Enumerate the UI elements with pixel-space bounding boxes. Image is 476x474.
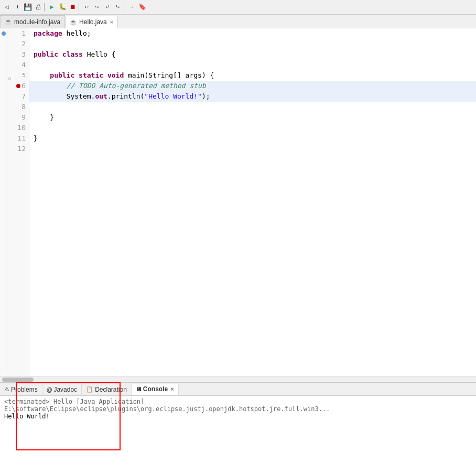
tab-hello-java[interactable]: ☕ Hello.java × [65,16,118,28]
line-num-6: 6 [7,81,29,91]
breakpoint-indicator [2,31,6,36]
console-terminated-line: <terminated> Hello [Java Application] E:… [4,398,472,413]
code-line-7: System.out.println("Hello World!"); [29,91,476,102]
stepreturn-icon[interactable]: ⤷ [113,3,123,12]
java-file-icon: ☕ [5,18,12,25]
line-num-5: 5○ [7,70,29,81]
line-num-11: 11 [7,133,29,144]
code-line-6: // TODO Auto-generated method stub [29,81,476,91]
h-scrollbar[interactable] [0,376,476,382]
tab-module-info-label: module-info.java [14,18,60,26]
tab-close-icon[interactable]: × [110,19,113,25]
bottom-tab-bar: ⚠ Problems @ Javadoc 📋 Declaration 🖥 Con… [0,383,476,396]
console-icon: 🖥 [136,386,142,392]
line-num-1: 1 [7,28,29,39]
declaration-icon: 📋 [86,386,93,393]
back-icon[interactable]: ◁ [2,3,12,12]
console-close-icon[interactable]: × [170,386,174,392]
stepinto-icon[interactable]: ↪ [92,3,102,12]
line-num-4: 4 [7,60,29,70]
code-line-4 [29,60,476,70]
java-file-icon2: ☕ [70,19,77,26]
run-icon[interactable]: ▶ [47,3,57,12]
tab-module-info[interactable]: ☕ module-info.java [0,15,65,28]
breakpoint-dot [16,84,20,88]
tab-javadoc[interactable]: @ Javadoc [42,384,82,395]
tab-problems[interactable]: ⚠ Problems [0,384,42,395]
tab-console[interactable]: 🖥 Console × [132,384,179,395]
separator2 [79,3,81,12]
editor-scroll: 1 2 3 4 5○ 6 7 8 9 10 11 12 package hell… [0,28,476,376]
stepover-icon[interactable]: ↩ [82,3,91,12]
code-line-1: package hello; [29,28,476,39]
next-icon[interactable]: → [127,3,136,12]
code-line-9: } [29,112,476,123]
tab-declaration-label: Declaration [95,386,127,393]
line-num-12: 12 [7,144,29,154]
forward-icon[interactable]: ⬆ [13,3,22,12]
bookmark-icon[interactable]: 🔖 [137,3,147,12]
save-icon[interactable]: 💾 [23,3,33,12]
line-num-2: 2 [7,39,29,49]
code-line-11: } [29,133,476,144]
line-numbers: 1 2 3 4 5○ 6 7 8 9 10 11 12 [7,28,29,376]
editor-container: ☕ module-info.java ☕ Hello.java × 1 2 3 … [0,15,476,382]
tab-declaration[interactable]: 📋 Declaration [82,384,132,395]
code-content[interactable]: package hello; public class Hello { publ… [29,28,476,376]
separator3 [124,3,126,12]
line-num-7: 7 [7,91,29,102]
line-num-9: 9 [7,112,29,123]
code-line-8 [29,102,476,112]
code-line-12 [29,144,476,154]
javadoc-icon: @ [47,386,52,393]
code-line-5: public static void main(String[] args) { [29,70,476,81]
console-output-line: Hello World! [4,413,472,420]
separator [44,3,46,12]
bottom-panel: ⚠ Problems @ Javadoc 📋 Declaration 🖥 Con… [0,382,476,474]
code-line-10 [29,123,476,133]
line-num-3: 3 [7,49,29,60]
toolbar-icons: ◁ ⬆ 💾 🖨 ▶ 🐛 ⏹ ↩ ↪ ⤶ ⤷ → 🔖 [2,3,147,12]
print-icon[interactable]: 🖨 [34,3,43,12]
line-num-10: 10 [7,123,29,133]
tab-problems-label: Problems [11,386,38,393]
editor-tab-bar: ☕ module-info.java ☕ Hello.java × [0,15,476,28]
code-line-2 [29,39,476,49]
tab-javadoc-label: Javadoc [53,386,77,393]
line-num-8: 8 [7,102,29,112]
tab-hello-java-label: Hello.java [79,18,107,26]
left-margin [0,28,7,376]
console-content: <terminated> Hello [Java Application] E:… [0,396,476,474]
bottom-panel-wrapper: ⚠ Problems @ Javadoc 📋 Declaration 🖥 Con… [0,382,476,474]
tab-console-label: Console [143,385,168,393]
h-scroll-thumb[interactable] [2,378,34,382]
debug-icon[interactable]: 🐛 [58,3,67,12]
problems-icon: ⚠ [4,386,9,393]
toolbar: ◁ ⬆ 💾 🖨 ▶ 🐛 ⏹ ↩ ↪ ⤶ ⤷ → 🔖 [0,0,476,15]
code-line-3: public class Hello { [29,49,476,60]
stop-icon[interactable]: ⏹ [68,3,78,12]
stepout-icon[interactable]: ⤶ [103,3,112,12]
